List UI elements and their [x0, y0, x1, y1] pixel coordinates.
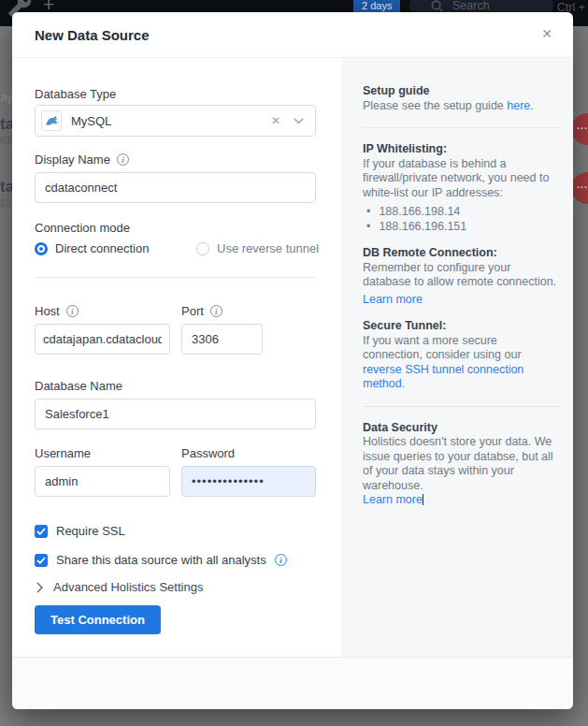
host-label: Host i — [35, 304, 79, 318]
modal-title: New Data Source — [35, 12, 150, 58]
data-security-link-row: Learn more — [363, 493, 558, 508]
radio-selected-icon — [35, 242, 48, 255]
checkbox-checked-icon — [35, 554, 48, 567]
modal-header: New Data Source ✕ — [12, 12, 573, 58]
clear-selection-icon[interactable]: ✕ — [271, 114, 280, 127]
bullet-icon: • — [366, 205, 370, 220]
database-name-field[interactable] — [35, 399, 316, 429]
list-item: •188.166.198.14 — [363, 205, 558, 220]
radio-direct-connection[interactable]: Direct connection — [35, 241, 149, 255]
secure-tunnel-title: Secure Tunnel: — [363, 319, 558, 334]
list-item: •188.166.196.151 — [363, 220, 558, 235]
radio-label: Direct connection — [55, 241, 149, 255]
mysql-dolphin-icon — [41, 110, 62, 131]
close-icon[interactable]: ✕ — [541, 27, 552, 40]
setup-guide-text: Please see the setup guide here. — [363, 99, 558, 114]
db-remote-text: Remember to configure your database to a… — [363, 261, 558, 290]
advanced-settings-toggle[interactable]: Advanced Holistics Settings — [36, 580, 203, 594]
chevron-down-icon[interactable] — [294, 118, 304, 124]
search-placeholder: Search — [452, 0, 490, 12]
database-type-select[interactable]: MySQL ✕ — [35, 105, 316, 137]
panel-divider — [363, 127, 558, 128]
setup-guide-title: Setup guide — [363, 84, 558, 99]
display-name-field[interactable] — [35, 172, 316, 203]
ip-whitelisting-text: If your database is behind a firewall/pr… — [363, 157, 558, 201]
share-data-source-checkbox[interactable]: Share this data source with all analysts… — [35, 553, 287, 567]
radio-unselected-icon — [196, 242, 209, 255]
display-name-label-text: Display Name — [35, 152, 110, 167]
display-name-label: Display Name i — [35, 152, 129, 167]
radio-reverse-tunnel[interactable]: Use reverse tunnel — [196, 241, 319, 255]
form-divider — [35, 277, 316, 278]
share-label: Share this data source with all analysts — [56, 553, 266, 567]
secure-tunnel-text-part: If you want a more secure connection, co… — [363, 334, 522, 362]
port-label: Port i — [181, 304, 222, 318]
learn-more-link[interactable]: Learn more — [363, 293, 423, 308]
database-type-label: Database Type — [35, 87, 116, 101]
bullet-icon: • — [366, 220, 370, 235]
info-icon[interactable]: i — [117, 153, 129, 166]
setup-guide-text-suffix: . — [530, 99, 533, 112]
port-label-text: Port — [181, 304, 204, 318]
password-label: Password — [181, 446, 235, 460]
setup-guide-panel: Setup guide Please see the setup guide h… — [341, 58, 573, 657]
notification-badge[interactable]: ... — [571, 172, 588, 204]
connection-mode-label: Connection mode — [35, 221, 130, 235]
secure-tunnel-text: If you want a more secure connection, co… — [363, 334, 558, 392]
test-connection-button[interactable]: Test Connection — [35, 605, 161, 634]
radio-label: Use reverse tunnel — [217, 241, 319, 255]
info-icon[interactable]: i — [275, 554, 287, 566]
ip-address: 188.166.196.151 — [379, 220, 466, 235]
ip-address: 188.166.198.14 — [379, 205, 460, 220]
host-field[interactable] — [35, 324, 170, 355]
advanced-settings-label: Advanced Holistics Settings — [53, 580, 203, 594]
learn-more-link[interactable]: Learn more — [363, 493, 423, 506]
database-name-label: Database Name — [35, 379, 122, 393]
username-label: Username — [35, 446, 91, 460]
require-ssl-checkbox[interactable]: Require SSL — [35, 524, 125, 538]
db-remote-title: DB Remote Connection: — [363, 246, 558, 261]
username-field[interactable] — [35, 466, 170, 497]
screen: { "topbar": { "badge_label": "2 days", "… — [0, 0, 588, 726]
ip-address-list: •188.166.198.14 •188.166.196.151 — [363, 205, 558, 234]
panel-divider — [363, 406, 558, 407]
ip-whitelisting-title: IP Whitelisting: — [363, 142, 558, 157]
info-icon[interactable]: i — [66, 305, 79, 317]
trial-days-badge[interactable]: 2 days — [353, 0, 400, 13]
text-cursor — [423, 494, 423, 505]
notification-badge[interactable]: ... — [571, 113, 588, 145]
port-field[interactable] — [181, 324, 263, 355]
data-security-title: Data Security — [363, 421, 558, 436]
password-field[interactable] — [181, 466, 316, 497]
chevron-right-icon — [36, 582, 43, 593]
info-icon[interactable]: i — [210, 305, 222, 317]
background-text-fragment: ay — [1, 91, 13, 104]
setup-guide-text-part: Please see the setup guide — [363, 99, 507, 112]
database-type-value: MySQL — [71, 114, 271, 128]
secure-tunnel-text-suffix: . — [402, 377, 405, 390]
search-icon — [430, 0, 444, 13]
host-label-text: Host — [35, 304, 60, 318]
modal-footer — [12, 657, 573, 709]
ssh-tunnel-link[interactable]: reverse SSH tunnel connection method — [363, 363, 523, 391]
require-ssl-label: Require SSL — [56, 524, 125, 538]
setup-guide-link[interactable]: here — [507, 99, 530, 112]
data-security-text: Holistics doesn't store your data. We is… — [363, 435, 558, 493]
checkbox-checked-icon — [35, 525, 48, 538]
new-data-source-modal: New Data Source ✕ Database Type MySQL ✕ … — [12, 12, 573, 709]
